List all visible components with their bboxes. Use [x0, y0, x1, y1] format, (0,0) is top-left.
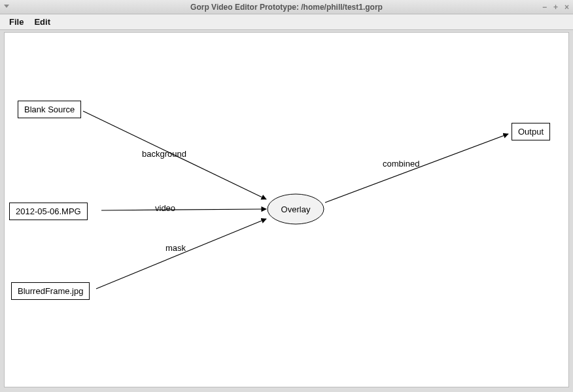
menubar: File Edit [0, 14, 573, 30]
node-overlay[interactable]: Overlay [266, 193, 325, 225]
node-label: Blank Source [24, 105, 75, 114]
maximize-icon[interactable]: + [553, 3, 558, 12]
window-menu-caret-icon[interactable] [4, 5, 9, 8]
node-label: Overlay [266, 193, 325, 225]
window-controls: − + × [542, 3, 569, 12]
node-label: BlurredFrame.jpg [18, 286, 83, 296]
close-icon[interactable]: × [564, 3, 569, 12]
edge-label-video: video [155, 203, 175, 213]
node-blurred-frame[interactable]: BlurredFrame.jpg [11, 282, 90, 300]
window-title: Gorp Video Editor Prototype: /home/phill… [190, 3, 383, 12]
node-output[interactable]: Output [512, 123, 550, 140]
edge-label-background: background [142, 149, 186, 159]
titlebar: Gorp Video Editor Prototype: /home/phill… [0, 0, 573, 14]
menu-file[interactable]: File [4, 16, 29, 28]
node-label: 2012-05-06.MPG [16, 206, 81, 216]
minimize-icon[interactable]: − [542, 3, 547, 12]
edge-mask [96, 219, 266, 289]
edge-label-mask: mask [165, 243, 186, 253]
node-blank-source[interactable]: Blank Source [18, 101, 81, 118]
menu-edit[interactable]: Edit [29, 16, 56, 28]
edge-video [101, 209, 266, 210]
graph-canvas[interactable]: Blank Source 2012-05-06.MPG BlurredFrame… [4, 32, 569, 387]
node-mpg-file[interactable]: 2012-05-06.MPG [9, 203, 88, 220]
node-label: Output [518, 127, 544, 137]
edge-label-combined: combined [383, 159, 419, 169]
